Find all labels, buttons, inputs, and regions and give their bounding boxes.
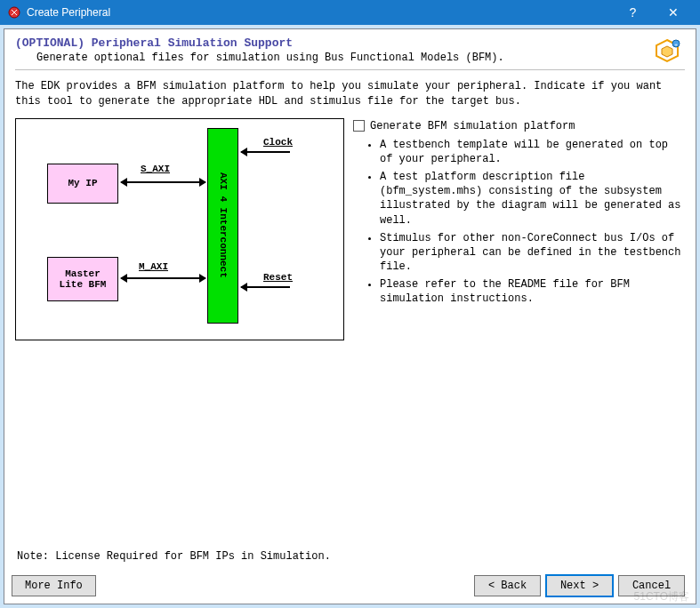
arrow-s-axi	[121, 181, 205, 183]
bfm-diagram: My IP Master Lite BFM AXI 4 Interconnect…	[15, 118, 344, 340]
help-button[interactable]: ?	[613, 0, 653, 25]
diagram-my-ip: My IP	[47, 164, 118, 204]
generate-bfm-checkbox[interactable]	[353, 120, 365, 132]
wizard-icon: +	[649, 36, 685, 76]
back-button[interactable]: < Back	[474, 575, 541, 596]
generate-bfm-label: Generate BFM simulation platform	[370, 120, 575, 132]
label-clock: Clock	[263, 137, 293, 148]
list-item: A test platform description file (bfm_sy…	[380, 170, 685, 228]
app-icon	[7, 5, 21, 20]
diagram-interconnect-label: AXI 4 Interconnect	[218, 172, 229, 278]
cancel-button[interactable]: Cancel	[618, 575, 685, 596]
main-row: My IP Master Lite BFM AXI 4 Interconnect…	[15, 118, 685, 340]
intro-text: The EDK provides a BFM simulation platfo…	[15, 79, 685, 109]
license-note: Note: License Required for BFM IPs in Si…	[17, 550, 331, 563]
titlebar: Create Peripheral ? ✕	[0, 0, 700, 25]
label-m-axi: M_AXI	[139, 261, 168, 272]
content-area: (OPTIONAL) Peripheral Simulation Support…	[0, 25, 700, 608]
arrow-clock	[241, 151, 290, 153]
bfm-notes-list: A testbench template will be generated o…	[380, 138, 685, 307]
window-title: Create Peripheral	[27, 6, 613, 19]
label-reset: Reset	[263, 272, 293, 283]
close-button[interactable]: ✕	[653, 0, 693, 25]
svg-text:+: +	[674, 42, 678, 48]
page-description: Generate optional files for simulation u…	[36, 52, 685, 64]
page-title: (OPTIONAL) Peripheral Simulation Support	[15, 36, 685, 50]
diagram-master-bfm: Master Lite BFM	[47, 257, 118, 301]
list-item: A testbench template will be generated o…	[380, 138, 685, 166]
label-s-axi: S_AXI	[141, 164, 170, 174]
diagram-interconnect: AXI 4 Interconnect	[207, 128, 238, 324]
list-item: Stimulus for other non-CoreConnect bus I…	[380, 231, 685, 275]
options-column: Generate BFM simulation platform A testb…	[353, 118, 685, 340]
next-button[interactable]: Next >	[546, 575, 613, 596]
button-row: More Info < Back Next > Cancel	[12, 575, 685, 596]
list-item: Please refer to the README file for BFM …	[380, 277, 685, 306]
arrow-m-axi	[121, 277, 205, 279]
arrow-reset	[241, 286, 290, 288]
generate-bfm-checkbox-row[interactable]: Generate BFM simulation platform	[353, 120, 685, 132]
page-header: (OPTIONAL) Peripheral Simulation Support…	[15, 36, 685, 70]
more-info-button[interactable]: More Info	[12, 575, 96, 596]
wizard-panel: (OPTIONAL) Peripheral Simulation Support…	[4, 28, 696, 604]
